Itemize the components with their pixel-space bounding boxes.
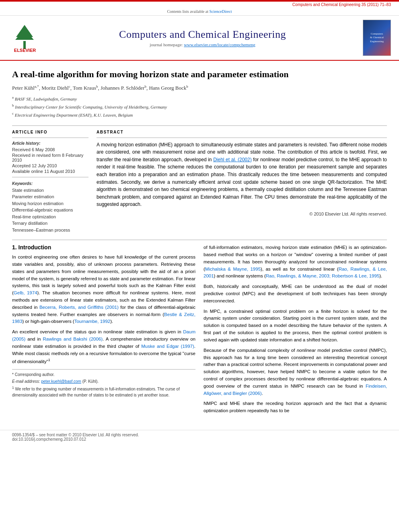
ref-tournambe1992[interactable]: Tournambe, 1992 <box>74 319 111 324</box>
volume-info: Computers and Chemical Engineering 35 (2… <box>292 2 391 7</box>
body-right-col: of full-information estimators, moving h… <box>204 244 387 418</box>
sciencedirect-link[interactable]: ScienceDirect <box>209 9 232 14</box>
ref-muske1997[interactable]: Muske and Edgar (1997) <box>141 344 194 349</box>
abstract-col: ABSTRACT A moving horizon estimation (MH… <box>97 130 387 234</box>
article-info-col: ARTICLE INFO Article history: Received 6… <box>12 130 88 234</box>
ref-gelb1974[interactable]: Gelb, 1974 <box>14 290 37 295</box>
ref-findeisen2006[interactable]: Findeisen, Allgöwer, and Biegler (2006) <box>204 384 387 396</box>
journal-strip: Contents lists available at ScienceDirec… <box>0 8 399 16</box>
keyword-1: State estimation <box>12 187 88 194</box>
journal-homepage: journal homepage: www.elsevier.com/locat… <box>46 42 359 47</box>
article-title: A real-time algorithm for moving horizon… <box>12 69 387 80</box>
abstract-heading: ABSTRACT <box>97 130 387 134</box>
keywords-label: Keywords: <box>12 181 88 186</box>
affiliation-c: c Electrical Engineering Department (ESA… <box>12 111 387 119</box>
bottom-bar: 0098-1354/$ – see front matter © 2010 El… <box>0 430 399 444</box>
received-revised-date: Received in revised form 8 February 2010 <box>12 153 88 162</box>
journal-title: Computers and Chemical Engineering <box>46 29 359 41</box>
right-para-3: In MPC, a constrained optimal control pr… <box>204 308 387 344</box>
keyword-3: Moving horizon estimation <box>12 200 88 207</box>
ref-daum2005[interactable]: Daum (2005) <box>12 329 195 341</box>
right-para-4: Because of the computational complexity … <box>204 347 387 397</box>
journal-cover: Computers & Chemical Engineering <box>363 20 391 56</box>
info-abstract-section: ARTICLE INFO Article history: Received 6… <box>12 125 387 234</box>
body-columns: 1. Introduction In control engineering o… <box>12 244 387 418</box>
intro-para-1: In control engineering one often desires… <box>12 254 195 325</box>
keyword-2: Parameter estimation <box>12 193 88 200</box>
received-date: Received 6 May 2008 <box>12 147 88 152</box>
header-center: Computers and Chemical Engineering journ… <box>46 29 359 47</box>
header-area: ELSEVIER Computers and Chemical Engineer… <box>0 16 399 61</box>
body-divider <box>12 240 387 240</box>
keyword-5: Real-time optimization <box>12 214 88 220</box>
authors-line: Peter Kühla,*, Moritz Diehlc, Tom Krausb… <box>12 84 387 91</box>
author-hans: Hans Georg Bockb <box>149 85 188 91</box>
page: Computers and Chemical Engineering 35 (2… <box>0 0 399 532</box>
copyright: © 2010 Elsevier Ltd. All rights reserved… <box>97 212 387 216</box>
ref-michalska1995[interactable]: Michalska & Mayne, 1995 <box>205 267 261 271</box>
footnote-1: 1 We refer to the growing number of meas… <box>12 386 195 398</box>
intro-section-title: 1. Introduction <box>12 244 195 251</box>
author-tom: Tom Krausb, <box>73 85 101 91</box>
keyword-4: Differential-algebraic equations <box>12 207 88 214</box>
author-johannes: Johannes P. Schlöderb, <box>101 85 149 91</box>
footnote-star: * Corresponding author. <box>12 372 195 378</box>
homepage-link[interactable]: www.elsevier.com/locate/compchemeng <box>184 42 255 47</box>
footnotes-area: * Corresponding author. E-mail address: … <box>12 369 195 398</box>
article-content: A real-time algorithm for moving horizon… <box>0 61 399 426</box>
footnote-email: E-mail address: peter.kuehl@basf.com (P.… <box>12 379 195 384</box>
ref-rao2003[interactable]: Rao, Rawlings, & Mayne, 2003; Robertson … <box>266 273 380 278</box>
affiliations: a BASF SE, Ludwigshafen, Germany b Inter… <box>12 94 387 119</box>
article-info-heading: ARTICLE INFO <box>12 130 88 134</box>
ref-diehl2002[interactable]: Diehl et al. (2002) <box>213 157 252 162</box>
right-para-5: NMPC and MHE share the receding horizon … <box>204 400 387 415</box>
history-label: Article history: <box>12 141 88 146</box>
elsevier-logo: ELSEVIER <box>8 23 42 53</box>
author-peter: Peter Kühla,*, <box>12 85 41 91</box>
accepted-date: Accepted 12 July 2010 <box>12 163 88 168</box>
available-date: Available online 11 August 2010 <box>12 169 88 174</box>
body-left-col: 1. Introduction In control engineering o… <box>12 244 195 418</box>
author-moritz: Moritz Diehlc, <box>41 85 73 91</box>
doi-line: doi:10.1016/j.compchemeng.2010.07.012 <box>12 437 387 442</box>
ref-rawlings2006[interactable]: Rawlings and Bakshi (2006) <box>43 337 103 341</box>
svg-text:ELSEVIER: ELSEVIER <box>14 48 36 53</box>
keyword-6: Ternary distillation <box>12 220 88 227</box>
issn-line: 0098-1354/$ – see front matter © 2010 El… <box>12 433 387 437</box>
affiliation-a: a BASF SE, Ludwigshafen, Germany <box>12 94 387 103</box>
ref-becerra2001[interactable]: Becerra, Roberts, and Griffiths (2001) <box>39 305 119 310</box>
affiliation-b: b Interdisciplinary Center for Scientifi… <box>12 103 387 111</box>
abstract-text: A moving horizon estimation (MHE) approa… <box>97 141 387 208</box>
intro-para-2: An excellent overview of the status quo … <box>12 329 195 365</box>
right-para-2: Both, historically and conceptually, MHE… <box>204 283 387 304</box>
keyword-7: Tennessee–Eastman process <box>12 227 88 234</box>
email-link[interactable]: peter.kuehl@basf.com <box>41 379 81 384</box>
right-para-1: of full-information estimators, moving h… <box>204 244 387 280</box>
